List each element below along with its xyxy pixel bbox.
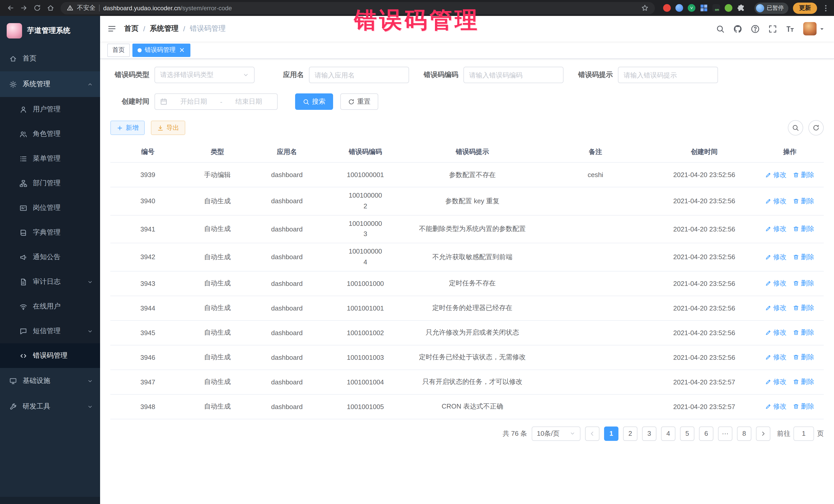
- bookmark-star-icon[interactable]: [641, 4, 649, 12]
- filter-error-code: 错误码编码: [419, 67, 564, 83]
- extension-on-icon[interactable]: on: [712, 4, 720, 12]
- pagination-page-6[interactable]: 6: [699, 426, 714, 441]
- cell-type: 自动生成: [185, 215, 249, 243]
- edit-link[interactable]: 修改: [766, 304, 787, 313]
- filter-error-type: 错误码类型 请选择错误码类型: [110, 67, 255, 83]
- sidebar-item-infrastructure[interactable]: 基础设施: [0, 368, 100, 394]
- edit-link[interactable]: 修改: [766, 353, 787, 362]
- browser-home-button[interactable]: [44, 2, 57, 14]
- sidebar-item-home[interactable]: 首页: [0, 46, 100, 71]
- delete-link[interactable]: 删除: [793, 253, 814, 262]
- browser-address-bar[interactable]: 不安全 dashboard.yudao.iocoder.cn/system/er…: [61, 2, 655, 14]
- fullscreen-icon[interactable]: [768, 24, 777, 33]
- delete-link[interactable]: 删除: [793, 377, 814, 387]
- reset-button[interactable]: 重置: [340, 93, 378, 110]
- error-code-input[interactable]: [463, 67, 564, 83]
- search-button[interactable]: 搜索: [295, 93, 333, 110]
- breadcrumb-home[interactable]: 首页: [124, 24, 138, 34]
- user-avatar-menu[interactable]: [803, 22, 825, 36]
- tags-view-bar: 首页 错误码管理: [100, 42, 834, 59]
- cell-id: 3943: [110, 271, 185, 296]
- browser-menu-icon[interactable]: [822, 4, 830, 12]
- pagination-page-1[interactable]: 1: [604, 426, 618, 441]
- list-icon: [20, 155, 27, 162]
- delete-link[interactable]: 删除: [793, 328, 814, 337]
- cell-memo: [539, 394, 653, 419]
- font-size-icon[interactable]: [786, 24, 794, 33]
- edit-link[interactable]: 修改: [766, 402, 787, 411]
- sidebar-item-menu-management[interactable]: 菜单管理: [0, 146, 100, 171]
- cell-msg: 参数配置 key 重复: [407, 187, 539, 215]
- tab-home[interactable]: 首页: [107, 43, 130, 57]
- toggle-search-button[interactable]: [788, 120, 803, 135]
- edit-link[interactable]: 修改: [766, 328, 787, 337]
- error-type-select[interactable]: 请选择错误码类型: [154, 67, 255, 83]
- pagination-total: 共 76 条: [503, 429, 527, 438]
- help-icon[interactable]: [751, 24, 760, 33]
- breadcrumb-system[interactable]: 系统管理: [150, 24, 179, 34]
- pagination-page-8[interactable]: 8: [737, 426, 751, 441]
- pagination-prev-button[interactable]: [585, 426, 599, 441]
- delete-link[interactable]: 删除: [793, 197, 814, 206]
- browser-update-button[interactable]: 更新: [793, 2, 817, 14]
- goto-page-input[interactable]: [793, 426, 814, 441]
- pagination-page-3[interactable]: 3: [642, 426, 656, 441]
- pagination-page-5[interactable]: 5: [680, 426, 695, 441]
- app-name-input[interactable]: [309, 67, 409, 83]
- delete-link[interactable]: 删除: [793, 279, 814, 288]
- browser-forward-button[interactable]: [18, 2, 30, 14]
- extension-leaf-icon[interactable]: [725, 4, 732, 12]
- extension-red-icon[interactable]: [663, 4, 671, 12]
- sidebar-item-dict-management[interactable]: 字典管理: [0, 220, 100, 245]
- close-icon[interactable]: [179, 47, 185, 53]
- cell-msg: 定时任务的处理器已经存在: [407, 296, 539, 321]
- edit-link[interactable]: 修改: [766, 279, 787, 288]
- sidebar-item-dev-tools[interactable]: 研发工具: [0, 394, 100, 419]
- sidebar-item-post-management[interactable]: 岗位管理: [0, 196, 100, 220]
- browser-back-button[interactable]: [4, 2, 17, 14]
- edit-link[interactable]: 修改: [766, 377, 787, 387]
- sidebar-item-dept-management[interactable]: 部门管理: [0, 171, 100, 196]
- pagination-next-button[interactable]: [756, 426, 770, 441]
- edit-link[interactable]: 修改: [766, 197, 787, 206]
- date-range-picker[interactable]: 开始日期 - 结束日期: [154, 93, 278, 110]
- pagination-more-button[interactable]: ···: [718, 426, 732, 441]
- github-icon[interactable]: [733, 24, 742, 33]
- delete-link[interactable]: 删除: [793, 170, 814, 179]
- extensions-puzzle-icon[interactable]: [737, 4, 745, 12]
- sidebar-item-sms-management[interactable]: 短信管理: [0, 319, 100, 343]
- delete-link[interactable]: 删除: [793, 224, 814, 234]
- cell-memo: [539, 271, 653, 296]
- edit-link[interactable]: 修改: [766, 253, 787, 262]
- error-hint-input[interactable]: [618, 67, 718, 83]
- browser-reload-button[interactable]: [31, 2, 43, 14]
- pagination-page-4[interactable]: 4: [661, 426, 675, 441]
- sidebar-item-notice[interactable]: 通知公告: [0, 245, 100, 269]
- chevron-down-icon: [243, 72, 249, 78]
- extension-vue-devtools-icon[interactable]: [688, 4, 696, 12]
- extension-grid-icon[interactable]: [700, 4, 708, 12]
- search-icon[interactable]: [716, 24, 725, 33]
- delete-link[interactable]: 删除: [793, 402, 814, 411]
- sidebar-item-user-management[interactable]: 用户管理: [0, 97, 100, 122]
- cell-app: dashboard: [249, 271, 324, 296]
- edit-link[interactable]: 修改: [766, 224, 787, 234]
- sidebar-item-error-code-management[interactable]: 错误码管理: [0, 343, 100, 368]
- refresh-table-button[interactable]: [808, 120, 824, 135]
- sidebar-item-audit-log[interactable]: 审计日志: [0, 269, 100, 294]
- extension-drop-icon[interactable]: [675, 4, 683, 12]
- delete-link[interactable]: 删除: [793, 304, 814, 313]
- sidebar-item-role-management[interactable]: 角色管理: [0, 122, 100, 146]
- delete-link[interactable]: 删除: [793, 353, 814, 362]
- browser-profile-chip[interactable]: 已暂停: [754, 2, 788, 14]
- sidebar-item-online-users[interactable]: 在线用户: [0, 294, 100, 319]
- pagination-page-2[interactable]: 2: [623, 426, 637, 441]
- edit-link[interactable]: 修改: [766, 170, 787, 179]
- add-button[interactable]: 新增: [110, 120, 145, 135]
- tab-error-code-management[interactable]: 错误码管理: [132, 43, 191, 57]
- page-size-select[interactable]: 10条/页: [532, 426, 580, 441]
- sidebar-item-system-management[interactable]: 系统管理: [0, 71, 100, 97]
- hamburger-icon[interactable]: [107, 24, 116, 34]
- export-button[interactable]: 导出: [151, 120, 185, 135]
- end-date-placeholder: 结束日期: [225, 97, 272, 106]
